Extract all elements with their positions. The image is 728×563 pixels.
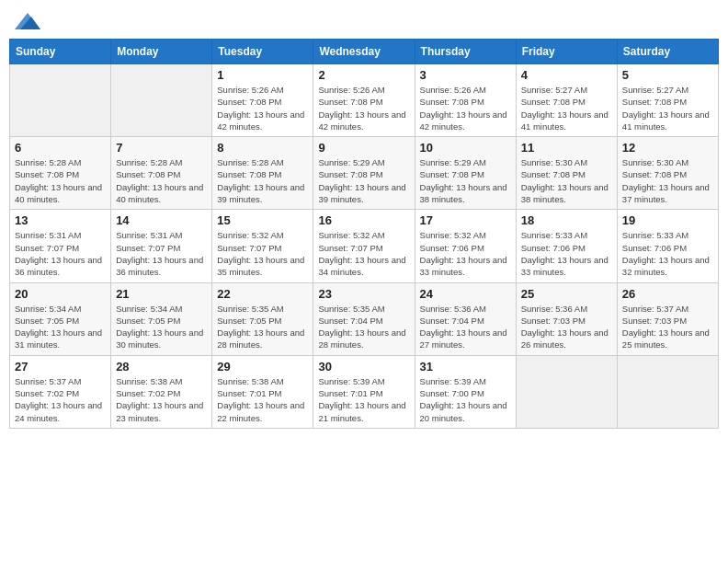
day-number: 1	[217, 68, 308, 82]
calendar-week-row: 6Sunrise: 5:28 AMSunset: 7:08 PMDaylight…	[10, 137, 719, 210]
day-of-week-header: Thursday	[415, 40, 516, 64]
day-number: 6	[15, 141, 106, 155]
calendar-cell	[516, 355, 617, 428]
day-number: 12	[622, 141, 713, 155]
day-number: 27	[15, 360, 106, 373]
day-detail: Sunrise: 5:32 AMSunset: 7:07 PMDaylight:…	[318, 229, 409, 278]
calendar-cell: 20Sunrise: 5:34 AMSunset: 7:05 PMDayligh…	[10, 282, 111, 355]
day-of-week-header: Friday	[516, 40, 617, 64]
day-detail: Sunrise: 5:26 AMSunset: 7:08 PMDaylight:…	[318, 84, 409, 132]
day-of-week-header: Sunday	[10, 40, 111, 64]
day-number: 21	[116, 287, 207, 301]
calendar-table: SundayMondayTuesdayWednesdayThursdayFrid…	[9, 39, 719, 429]
calendar-cell: 30Sunrise: 5:39 AMSunset: 7:01 PMDayligh…	[313, 355, 415, 428]
calendar-cell: 8Sunrise: 5:28 AMSunset: 7:08 PMDaylight…	[212, 137, 313, 210]
day-detail: Sunrise: 5:27 AMSunset: 7:08 PMDaylight:…	[622, 84, 713, 132]
day-number: 13	[15, 213, 106, 227]
day-detail: Sunrise: 5:26 AMSunset: 7:08 PMDaylight:…	[420, 84, 511, 132]
calendar-cell: 21Sunrise: 5:34 AMSunset: 7:05 PMDayligh…	[111, 282, 212, 355]
day-detail: Sunrise: 5:31 AMSunset: 7:07 PMDaylight:…	[15, 229, 106, 278]
page-header	[9, 9, 719, 33]
day-number: 9	[318, 141, 409, 155]
day-detail: Sunrise: 5:34 AMSunset: 7:05 PMDaylight:…	[116, 303, 207, 351]
day-number: 30	[318, 360, 409, 373]
calendar-cell	[111, 64, 212, 137]
calendar-cell: 27Sunrise: 5:37 AMSunset: 7:02 PMDayligh…	[10, 355, 111, 428]
calendar-cell: 16Sunrise: 5:32 AMSunset: 7:07 PMDayligh…	[313, 210, 415, 282]
calendar-cell: 22Sunrise: 5:35 AMSunset: 7:05 PMDayligh…	[212, 282, 313, 355]
calendar-cell: 5Sunrise: 5:27 AMSunset: 7:08 PMDaylight…	[617, 64, 718, 137]
day-number: 18	[521, 213, 612, 227]
day-detail: Sunrise: 5:38 AMSunset: 7:02 PMDaylight:…	[116, 375, 207, 424]
day-detail: Sunrise: 5:39 AMSunset: 7:00 PMDaylight:…	[420, 375, 511, 424]
calendar-cell: 3Sunrise: 5:26 AMSunset: 7:08 PMDaylight…	[415, 64, 516, 137]
day-detail: Sunrise: 5:28 AMSunset: 7:08 PMDaylight:…	[217, 156, 308, 205]
calendar-cell: 29Sunrise: 5:38 AMSunset: 7:01 PMDayligh…	[212, 355, 313, 428]
day-of-week-header: Monday	[111, 40, 212, 64]
day-number: 14	[116, 213, 207, 227]
calendar-cell	[10, 64, 111, 137]
day-detail: Sunrise: 5:34 AMSunset: 7:05 PMDaylight:…	[15, 303, 106, 351]
calendar-cell: 10Sunrise: 5:29 AMSunset: 7:08 PMDayligh…	[415, 137, 516, 210]
calendar-cell: 4Sunrise: 5:27 AMSunset: 7:08 PMDaylight…	[516, 64, 617, 137]
day-number: 23	[318, 287, 409, 301]
day-number: 20	[15, 287, 106, 301]
calendar-cell: 28Sunrise: 5:38 AMSunset: 7:02 PMDayligh…	[111, 355, 212, 428]
day-number: 19	[622, 213, 713, 227]
day-number: 25	[521, 287, 612, 301]
day-number: 7	[116, 141, 207, 155]
day-detail: Sunrise: 5:35 AMSunset: 7:05 PMDaylight:…	[217, 303, 308, 351]
day-number: 11	[521, 141, 612, 155]
day-of-week-header: Saturday	[617, 40, 718, 64]
day-detail: Sunrise: 5:30 AMSunset: 7:08 PMDaylight:…	[521, 156, 612, 205]
calendar-cell: 9Sunrise: 5:29 AMSunset: 7:08 PMDaylight…	[313, 137, 415, 210]
day-number: 22	[217, 287, 308, 301]
calendar-week-row: 1Sunrise: 5:26 AMSunset: 7:08 PMDaylight…	[10, 64, 719, 137]
day-detail: Sunrise: 5:28 AMSunset: 7:08 PMDaylight:…	[116, 156, 207, 205]
day-detail: Sunrise: 5:31 AMSunset: 7:07 PMDaylight:…	[116, 229, 207, 278]
calendar-cell: 25Sunrise: 5:36 AMSunset: 7:03 PMDayligh…	[516, 282, 617, 355]
day-detail: Sunrise: 5:36 AMSunset: 7:04 PMDaylight:…	[420, 303, 511, 351]
day-number: 2	[318, 68, 409, 82]
day-number: 15	[217, 213, 308, 227]
calendar-cell: 23Sunrise: 5:35 AMSunset: 7:04 PMDayligh…	[313, 282, 415, 355]
day-number: 4	[521, 68, 612, 82]
calendar-week-row: 20Sunrise: 5:34 AMSunset: 7:05 PMDayligh…	[10, 282, 719, 355]
day-detail: Sunrise: 5:27 AMSunset: 7:08 PMDaylight:…	[521, 84, 612, 132]
day-number: 29	[217, 360, 308, 373]
day-detail: Sunrise: 5:29 AMSunset: 7:08 PMDaylight:…	[318, 156, 409, 205]
calendar-week-row: 13Sunrise: 5:31 AMSunset: 7:07 PMDayligh…	[10, 210, 719, 282]
calendar-cell: 24Sunrise: 5:36 AMSunset: 7:04 PMDayligh…	[415, 282, 516, 355]
day-number: 5	[622, 68, 713, 82]
calendar-cell: 1Sunrise: 5:26 AMSunset: 7:08 PMDaylight…	[212, 64, 313, 137]
day-of-week-header: Wednesday	[313, 40, 415, 64]
day-detail: Sunrise: 5:28 AMSunset: 7:08 PMDaylight:…	[15, 156, 106, 205]
day-detail: Sunrise: 5:37 AMSunset: 7:03 PMDaylight:…	[622, 303, 713, 351]
day-number: 28	[116, 360, 207, 373]
calendar-cell: 15Sunrise: 5:32 AMSunset: 7:07 PMDayligh…	[212, 210, 313, 282]
day-number: 8	[217, 141, 308, 155]
day-of-week-header: Tuesday	[212, 40, 313, 64]
logo	[13, 13, 40, 33]
calendar-cell: 6Sunrise: 5:28 AMSunset: 7:08 PMDaylight…	[10, 137, 111, 210]
calendar-cell: 14Sunrise: 5:31 AMSunset: 7:07 PMDayligh…	[111, 210, 212, 282]
day-detail: Sunrise: 5:29 AMSunset: 7:08 PMDaylight:…	[420, 156, 511, 205]
day-detail: Sunrise: 5:39 AMSunset: 7:01 PMDaylight:…	[318, 375, 409, 424]
calendar-cell: 11Sunrise: 5:30 AMSunset: 7:08 PMDayligh…	[516, 137, 617, 210]
calendar-cell	[617, 355, 718, 428]
day-detail: Sunrise: 5:26 AMSunset: 7:08 PMDaylight:…	[217, 84, 308, 132]
day-number: 31	[420, 360, 511, 373]
day-detail: Sunrise: 5:38 AMSunset: 7:01 PMDaylight:…	[217, 375, 308, 424]
logo-icon	[15, 13, 40, 29]
day-number: 16	[318, 213, 409, 227]
calendar-header-row: SundayMondayTuesdayWednesdayThursdayFrid…	[10, 40, 719, 64]
calendar-cell: 31Sunrise: 5:39 AMSunset: 7:00 PMDayligh…	[415, 355, 516, 428]
day-detail: Sunrise: 5:35 AMSunset: 7:04 PMDaylight:…	[318, 303, 409, 351]
calendar-cell: 13Sunrise: 5:31 AMSunset: 7:07 PMDayligh…	[10, 210, 111, 282]
calendar-cell: 19Sunrise: 5:33 AMSunset: 7:06 PMDayligh…	[617, 210, 718, 282]
calendar-cell: 26Sunrise: 5:37 AMSunset: 7:03 PMDayligh…	[617, 282, 718, 355]
calendar-cell: 12Sunrise: 5:30 AMSunset: 7:08 PMDayligh…	[617, 137, 718, 210]
day-number: 3	[420, 68, 511, 82]
day-detail: Sunrise: 5:37 AMSunset: 7:02 PMDaylight:…	[15, 375, 106, 424]
day-number: 10	[420, 141, 511, 155]
